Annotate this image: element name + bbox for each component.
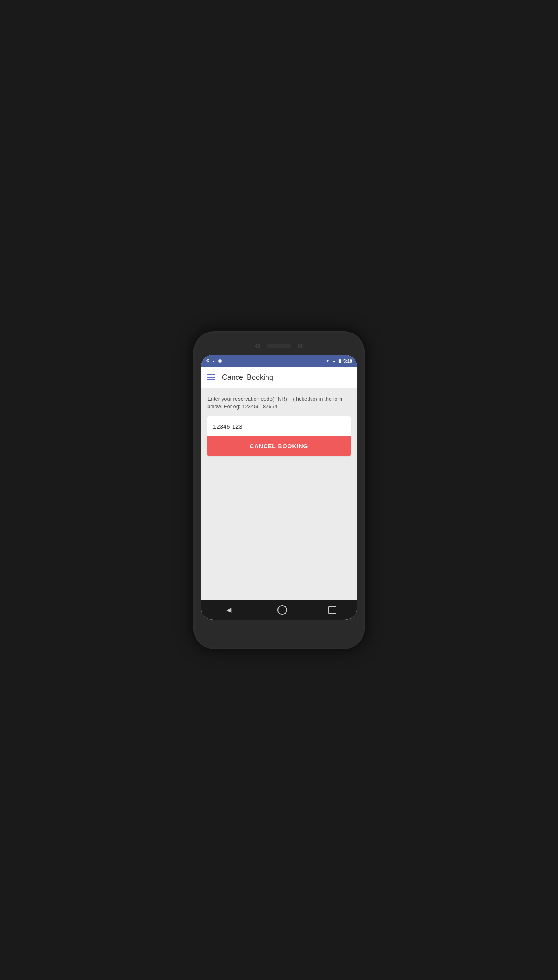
pnr-input[interactable] bbox=[207, 416, 351, 436]
status-bar: ⚙ ▪ ◉ ▼ ▲ ▮ 5:18 bbox=[201, 355, 357, 367]
status-bar-left: ⚙ ▪ ◉ bbox=[206, 358, 222, 363]
settings-icon: ⚙ bbox=[206, 358, 210, 363]
instruction-text: Enter your reservation code(PNR) – (Tick… bbox=[207, 395, 351, 411]
front-camera bbox=[255, 344, 260, 348]
sim-icon: ▪ bbox=[213, 359, 215, 363]
app-bar: Cancel Booking bbox=[201, 367, 357, 388]
content-area: Enter your reservation code(PNR) – (Tick… bbox=[201, 388, 357, 600]
form-card: CANCEL BOOKING bbox=[207, 416, 351, 456]
status-bar-right: ▼ ▲ ▮ 5:18 bbox=[325, 359, 352, 363]
phone-screen: ⚙ ▪ ◉ ▼ ▲ ▮ 5:18 Cancel Booking Enter yo… bbox=[201, 355, 357, 620]
speaker-grille bbox=[267, 344, 291, 348]
signal-icon: ▲ bbox=[332, 359, 336, 363]
cancel-booking-button[interactable]: CANCEL BOOKING bbox=[207, 436, 351, 456]
hamburger-menu-icon[interactable] bbox=[207, 374, 215, 380]
battery-icon: ▮ bbox=[338, 359, 341, 363]
clock: 5:18 bbox=[343, 359, 352, 363]
phone-top-bar bbox=[201, 339, 357, 353]
sensor bbox=[298, 344, 303, 348]
bottom-nav-bar: ◀ bbox=[201, 600, 357, 620]
wifi-icon: ▼ bbox=[325, 359, 330, 363]
phone-bottom-bar bbox=[201, 622, 357, 630]
recents-button[interactable] bbox=[328, 606, 336, 614]
home-button[interactable] bbox=[277, 605, 287, 615]
globe-icon: ◉ bbox=[218, 358, 222, 363]
page-title: Cancel Booking bbox=[222, 373, 273, 382]
back-button[interactable]: ◀ bbox=[222, 603, 236, 617]
phone-frame: ⚙ ▪ ◉ ▼ ▲ ▮ 5:18 Cancel Booking Enter yo… bbox=[193, 331, 365, 649]
